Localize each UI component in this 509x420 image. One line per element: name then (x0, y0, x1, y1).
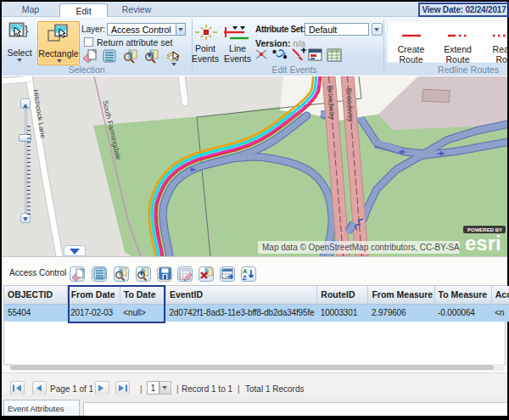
svg-text:esri: esri (465, 232, 501, 255)
svg-text:Z: Z (243, 274, 247, 282)
svg-text:Map data © OpenStreetMap contr: Map data © OpenStreetMap contributors, C… (262, 243, 460, 252)
svg-text:}: } (25, 23, 29, 37)
